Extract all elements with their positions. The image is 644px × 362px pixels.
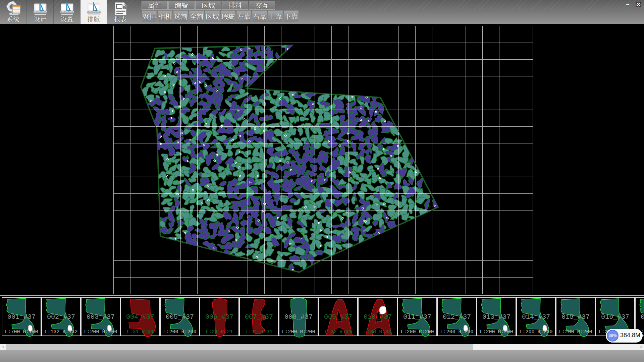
part-name: 005_#37 [161, 313, 199, 321]
minimize-button[interactable]: − [623, 1, 632, 9]
part-name: 013_#37 [477, 313, 516, 321]
part-name: 008_#37 [279, 313, 318, 321]
part-counts: L:132 R:132 [42, 329, 80, 335]
part-name: 015_#37 [556, 313, 595, 321]
tool-button-7[interactable]: 左靠 [236, 10, 251, 22]
window-controls: − ✕ [623, 1, 643, 9]
menu-tab-1[interactable]: 属性 [142, 1, 168, 10]
part-cell-002_#37[interactable]: 002_#37 L:132 R:132 [41, 297, 81, 336]
menu-tabs: 属性编辑区域排料交互 [142, 1, 275, 10]
horizontal-scrollbar[interactable]: ‹ › [0, 344, 644, 350]
part-counts: L:33 R:33 [359, 329, 397, 335]
part-counts: L:21 R:21 [200, 329, 238, 335]
progress-pill[interactable]: 38% 384.8M [606, 329, 643, 343]
part-counts: L:200 R:200 [556, 329, 595, 335]
tool-button-10[interactable]: 下靠 [284, 10, 299, 22]
part-name: 004_#37 [121, 313, 159, 321]
ribbon-button-label: 设计 [27, 14, 53, 23]
part-name: 016_#37 [596, 313, 634, 321]
tool-button-3[interactable]: 选割 [173, 10, 188, 22]
part-cell-005_#37[interactable]: 005_#37 L:200 R:200 [160, 297, 200, 336]
menu-tab-4[interactable]: 排料 [222, 1, 248, 10]
ribbon-buttons: 系统 [0, 0, 134, 24]
part-cell-012_#37[interactable]: 012_#37 L:200 R:200 [437, 297, 477, 336]
part-name: 006_#37 [200, 313, 238, 321]
part-counts: L:32 R:31 [319, 329, 357, 335]
top-toolbar: 系统 [0, 0, 644, 24]
ribbon-button-label: 报表 [107, 14, 134, 23]
part-counts: L:200 R:200 [438, 329, 476, 335]
part-name: 009_#37 [319, 313, 357, 321]
part-cell-014_#37[interactable]: 014_#37 L:200 R:200 [516, 297, 556, 336]
tool-button-8[interactable]: 右靠 [252, 10, 267, 22]
ribbon-button-settings[interactable]: 设置 [54, 0, 80, 24]
part-cell-007_#37[interactable]: 007_#37 L:31 R:31 [239, 297, 279, 336]
tool-button-1[interactable]: 聚排 [142, 10, 157, 22]
ribbon-button-nesting[interactable]: 排版 [80, 0, 107, 24]
tool-button-2[interactable]: 相机 [158, 10, 172, 22]
tool-button-9[interactable]: 上靠 [268, 10, 283, 22]
tool-button-6[interactable]: 瑕疵 [221, 10, 235, 22]
part-counts: L:200 R:200 [82, 329, 120, 335]
part-cell-013_#37[interactable]: 013_#37 L:200 R:200 [477, 297, 516, 336]
ribbon-button-design[interactable]: 设计 [27, 0, 54, 24]
part-cell-006_#37[interactable]: 006_#37 L:21 R:21 [200, 297, 239, 336]
part-cell-009_#37[interactable]: 009_#37 L:32 R:31 [318, 297, 358, 336]
part-cell-015_#37[interactable]: 015_#37 L:200 R:200 [556, 297, 595, 336]
part-name: 007_#37 [240, 313, 278, 321]
part-counts: L:200 R:200 [279, 329, 318, 335]
menu-tab-3[interactable]: 区域 [195, 1, 221, 10]
scroll-right-arrow[interactable]: › [638, 344, 644, 350]
menu-tab-2[interactable]: 编辑 [168, 1, 195, 10]
tool-buttons: 聚排相机选割全割区域瑕疵左靠右靠上靠下靠 [142, 10, 299, 22]
tool-button-4[interactable]: 全割 [189, 10, 204, 22]
part-name: 011_#37 [398, 313, 436, 321]
part-counts: L:200 R:200 [477, 329, 516, 335]
part-counts: L:700 R:700 [2, 329, 41, 335]
part-counts: L:200 R:200 [161, 329, 199, 335]
part-name: 001_#37 [2, 313, 41, 321]
scrollbar-thumb[interactable] [6, 344, 473, 350]
progress-percent-badge: 38% [607, 330, 619, 342]
ribbon-button-label: 设置 [54, 14, 80, 23]
part-cell-004_#37[interactable]: 004_#37 L:31 R:31 [120, 297, 160, 336]
ribbon-button-report[interactable]: 报表 [107, 0, 134, 24]
part-cell-001_#37[interactable]: 001_#37 L:700 R:700 [2, 297, 41, 336]
tool-button-5[interactable]: 区域 [205, 10, 220, 22]
part-counts: L:31 R:31 [240, 329, 278, 335]
ribbon-button-label: 排版 [80, 14, 107, 23]
part-name: 014_#37 [517, 313, 555, 321]
part-cell-011_#37[interactable]: 011_#37 L:200 R:200 [397, 297, 437, 336]
part-cell-010_#37[interactable]: 010_#37 L:33 R:33 [358, 297, 397, 336]
part-name: 017_#37 [636, 313, 644, 321]
parts-panel: 001_#37 L:700 R:700 002_#37 L:132 R:132 … [0, 296, 644, 344]
ribbon-button-system[interactable]: 系统 [0, 0, 27, 24]
progress-size-label: 384.8M [620, 332, 640, 339]
part-name: 012_#37 [438, 313, 476, 321]
part-name: 010_#37 [359, 313, 397, 321]
part-name: 003_#37 [82, 313, 120, 321]
scroll-left-arrow[interactable]: ‹ [0, 344, 6, 350]
menu-tab-5[interactable]: 交互 [249, 1, 275, 10]
part-cell-003_#37[interactable]: 003_#37 L:200 R:200 [81, 297, 120, 336]
close-button[interactable]: ✕ [634, 1, 643, 9]
ribbon-button-label: 系统 [0, 14, 26, 23]
part-counts: L:31 R:31 [121, 329, 159, 335]
part-counts: L:200 R:200 [398, 329, 436, 335]
part-counts: L:200 R:200 [517, 329, 555, 335]
part-name: 002_#37 [42, 313, 80, 321]
status-bar [0, 350, 644, 362]
part-cell-008_#37[interactable]: 008_#37 L:200 R:200 [279, 297, 318, 336]
